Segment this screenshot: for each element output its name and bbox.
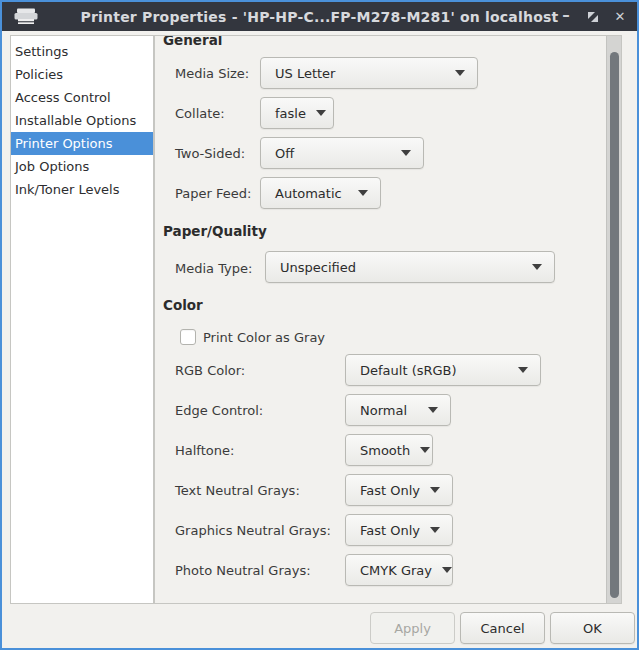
paper-feed-label: Paper Feed:: [175, 185, 251, 202]
print-color-as-gray-checkbox[interactable]: [180, 329, 196, 345]
two-sided-dropdown[interactable]: Off: [260, 137, 424, 169]
section-color: Color: [163, 297, 203, 313]
chevron-down-icon: [455, 70, 465, 76]
rgb-color-dropdown[interactable]: Default (sRGB): [345, 354, 541, 386]
two-sided-value: Off: [275, 146, 294, 161]
text-neutral-grays-dropdown[interactable]: Fast Only: [345, 474, 453, 506]
two-sided-label: Two-Sided:: [175, 145, 245, 162]
halftone-label: Halftone:: [175, 442, 234, 459]
edge-control-value: Normal: [360, 403, 407, 418]
edge-control-dropdown[interactable]: Normal: [345, 394, 451, 426]
paper-feed-dropdown[interactable]: Automatic: [260, 177, 381, 209]
text-neutral-grays-label: Text Neutral Grays:: [175, 482, 300, 499]
close-button[interactable]: ✕: [611, 7, 629, 27]
photo-neutral-grays-value: CMYK Gray: [360, 563, 432, 578]
restore-icon: [587, 11, 599, 23]
media-type-dropdown[interactable]: Unspecified: [265, 251, 555, 283]
chevron-down-icon: [401, 150, 411, 156]
media-size-label: Media Size:: [175, 65, 249, 82]
sidebar-item-installable-options[interactable]: Installable Options: [11, 109, 153, 132]
rgb-color-label: RGB Color:: [175, 362, 245, 379]
graphics-neutral-grays-label: Graphics Neutral Grays:: [175, 522, 331, 539]
graphics-neutral-grays-dropdown[interactable]: Fast Only: [345, 514, 453, 546]
media-type-label: Media Type:: [175, 260, 252, 277]
minimize-button[interactable]: –: [557, 7, 575, 27]
window-title: Printer Properties - 'HP-HP-C...FP-M278-…: [2, 9, 637, 25]
cancel-button[interactable]: Cancel: [460, 612, 545, 644]
sidebar: Settings Policies Access Control Install…: [10, 35, 154, 604]
media-type-value: Unspecified: [280, 260, 356, 275]
section-paper-quality: Paper/Quality: [163, 223, 267, 239]
photo-neutral-grays-dropdown[interactable]: CMYK Gray: [345, 554, 453, 586]
chevron-down-icon: [518, 367, 528, 373]
media-size-dropdown[interactable]: US Letter: [260, 57, 478, 89]
sidebar-item-access-control[interactable]: Access Control: [11, 86, 153, 109]
chevron-down-icon: [532, 264, 542, 270]
halftone-dropdown[interactable]: Smooth: [345, 434, 433, 466]
chevron-down-icon: [430, 527, 440, 533]
scrollbar-thumb[interactable]: [610, 52, 619, 598]
sidebar-item-settings[interactable]: Settings: [11, 40, 153, 63]
printer-properties-window: Printer Properties - 'HP-HP-C...FP-M278-…: [0, 0, 639, 650]
collate-dropdown[interactable]: fasle: [260, 97, 334, 129]
text-neutral-grays-value: Fast Only: [360, 483, 420, 498]
chevron-down-icon: [358, 190, 368, 196]
sidebar-item-job-options[interactable]: Job Options: [11, 155, 153, 178]
photo-neutral-grays-label: Photo Neutral Grays:: [175, 562, 311, 579]
sidebar-item-ink-toner-levels[interactable]: Ink/Toner Levels: [11, 178, 153, 201]
ok-button[interactable]: OK: [550, 612, 635, 644]
vertical-scrollbar[interactable]: [606, 36, 621, 603]
section-general: General: [163, 35, 222, 48]
window-controls: – ✕: [557, 2, 629, 31]
collate-value: fasle: [275, 106, 306, 121]
sidebar-item-policies[interactable]: Policies: [11, 63, 153, 86]
media-size-value: US Letter: [275, 66, 335, 81]
chevron-down-icon: [430, 487, 440, 493]
titlebar: Printer Properties - 'HP-HP-C...FP-M278-…: [2, 2, 637, 31]
chevron-down-icon: [420, 447, 430, 453]
chevron-down-icon: [428, 407, 438, 413]
chevron-down-icon: [316, 110, 326, 116]
paper-feed-value: Automatic: [275, 186, 342, 201]
sidebar-item-printer-options[interactable]: Printer Options: [11, 132, 153, 155]
printer-options-panel: General Media Size: US Letter Collate: f…: [154, 35, 622, 604]
chevron-down-icon: [442, 567, 452, 573]
restore-button[interactable]: [584, 7, 602, 27]
graphics-neutral-grays-value: Fast Only: [360, 523, 420, 538]
edge-control-label: Edge Control:: [175, 402, 263, 419]
print-color-as-gray-label: Print Color as Gray: [203, 329, 325, 346]
rgb-color-value: Default (sRGB): [360, 363, 457, 378]
apply-button[interactable]: Apply: [370, 612, 455, 644]
halftone-value: Smooth: [360, 443, 410, 458]
collate-label: Collate:: [175, 105, 225, 122]
